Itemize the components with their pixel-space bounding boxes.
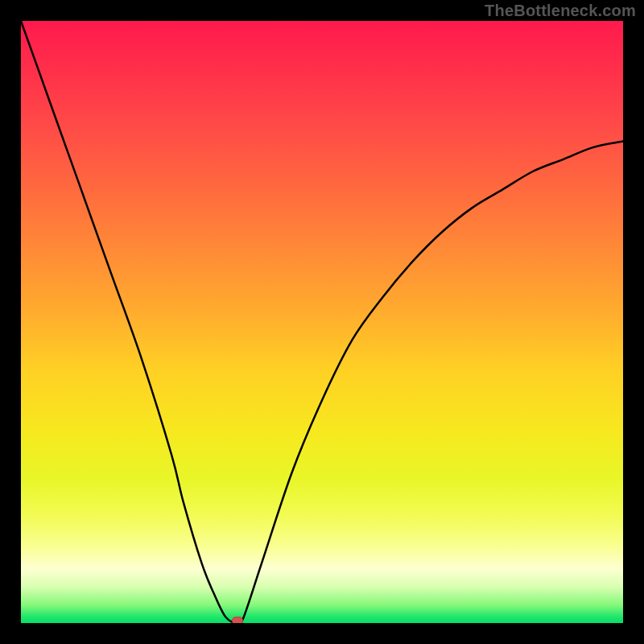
plot-area — [21, 21, 623, 623]
chart-frame: TheBottleneck.com — [0, 0, 644, 644]
watermark-text: TheBottleneck.com — [485, 2, 636, 20]
optimal-point-marker — [232, 617, 243, 623]
bottleneck-curve — [21, 21, 623, 623]
